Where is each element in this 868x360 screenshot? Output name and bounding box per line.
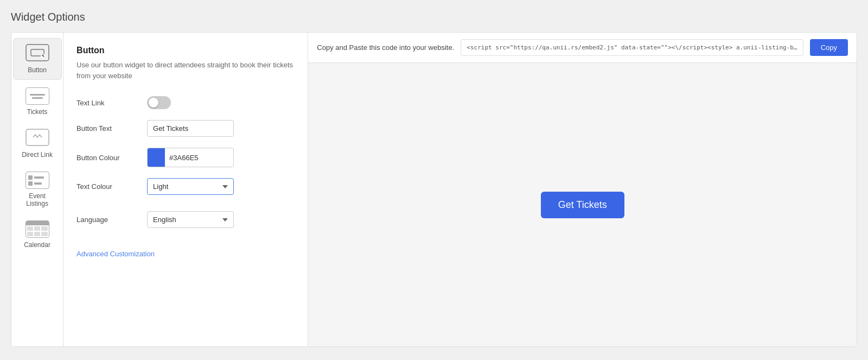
sidebar-item-calendar-label: Calendar [24,241,50,249]
sidebar: Button Tickets [11,33,63,346]
text-colour-label: Text Colour [76,182,147,191]
sidebar-item-event-listings[interactable]: Event Listings [13,166,62,213]
page-title: Widget Options [11,11,857,23]
code-strip: Copy and Paste this code into your websi… [308,33,857,63]
button-colour-text-input[interactable] [165,150,234,166]
sidebar-item-direct-link[interactable]: Direct Link [13,123,62,164]
copy-button[interactable]: Copy [810,39,848,56]
content-panel: Button Use our button widget to direct a… [63,33,308,346]
tickets-icon [25,87,49,105]
preview-panel: Copy and Paste this code into your websi… [308,33,857,346]
text-link-toggle[interactable] [147,96,171,109]
content-title: Button [76,46,295,55]
copy-instruction: Copy and Paste this code into your websi… [317,43,454,52]
sidebar-item-direct-link-label: Direct Link [22,151,53,159]
sidebar-item-button-label: Button [28,66,47,74]
sidebar-item-tickets-label: Tickets [27,108,48,116]
content-description: Use our button widget to direct attendee… [76,60,295,81]
sidebar-item-event-listings-label: Event Listings [17,192,58,207]
button-widget-icon [25,44,49,63]
code-snippet-box: <script src="https://qa.unii.rs/embed2.j… [461,39,803,56]
svg-rect-0 [26,45,49,61]
button-text-row: Button Text [76,120,295,137]
text-link-row: Text Link [76,96,295,109]
button-colour-label: Button Colour [76,154,147,162]
button-text-label: Button Text [76,124,147,132]
button-colour-swatch[interactable] [148,148,165,167]
direct-link-icon [25,129,49,148]
text-colour-row: Text Colour Light Dark [76,178,295,195]
language-label: Language [76,216,147,224]
sidebar-item-calendar[interactable]: Calendar [13,215,62,254]
text-link-label: Text Link [76,99,147,107]
advanced-customization-link[interactable]: Advanced Customization [76,250,155,258]
sidebar-item-tickets[interactable]: Tickets [13,82,62,121]
preview-get-tickets-button[interactable]: Get Tickets [541,192,624,218]
preview-area: Get Tickets [308,63,857,346]
button-colour-input-wrapper [147,148,234,167]
calendar-icon [25,220,49,238]
language-row: Language English French German Spanish [76,211,295,228]
language-select[interactable]: English French German Spanish [147,211,234,228]
button-text-input[interactable] [147,120,234,137]
text-colour-select[interactable]: Light Dark [147,178,234,195]
toggle-track [147,96,171,109]
button-colour-row: Button Colour [76,148,295,167]
toggle-thumb [149,98,158,108]
event-listings-icon [25,172,49,189]
sidebar-item-button[interactable]: Button [13,38,62,80]
